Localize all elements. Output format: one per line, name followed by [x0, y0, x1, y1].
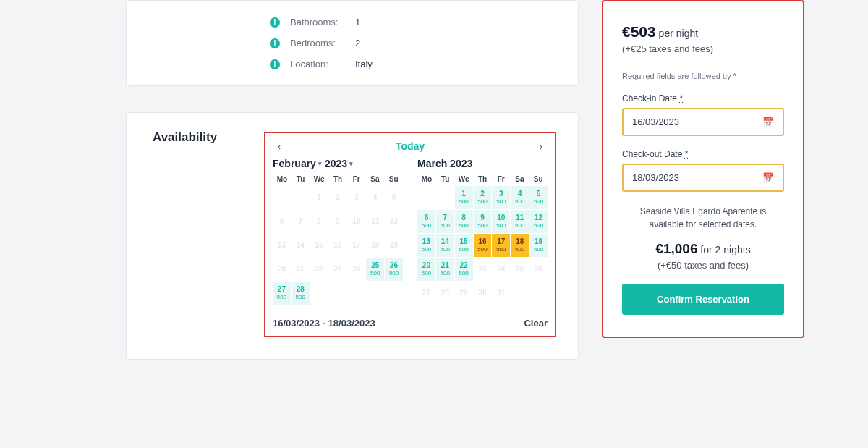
calendar-day[interactable]: 18500: [511, 234, 529, 257]
day-number: 2: [336, 194, 340, 201]
calendar-day[interactable]: 19: [385, 234, 403, 257]
calendar-day[interactable]: 3: [347, 186, 365, 209]
chevron-down-icon: ▾: [318, 160, 322, 167]
calendar-day[interactable]: 15500: [455, 234, 473, 257]
calendar-day[interactable]: 18: [366, 234, 384, 257]
day-number: 5: [537, 190, 541, 198]
calendar-day[interactable]: 17: [347, 234, 365, 257]
day-number: 8: [461, 214, 466, 221]
calendar-day[interactable]: 1: [310, 186, 328, 209]
calendar-day[interactable]: 4: [366, 186, 384, 209]
calendar-day[interactable]: 20: [273, 258, 291, 281]
calendar-day[interactable]: 7: [292, 210, 310, 233]
calendar-day[interactable]: 16500: [474, 234, 492, 257]
confirm-reservation-button[interactable]: Confirm Reservation: [622, 284, 784, 315]
day-price: 500: [515, 223, 524, 229]
calendar-day[interactable]: 16: [329, 234, 347, 257]
calendar-day[interactable]: 14: [292, 234, 310, 257]
day-number: 18: [516, 238, 524, 245]
checkout-input[interactable]: 18/03/2023 📅: [622, 164, 784, 192]
calendar-day[interactable]: 14500: [436, 234, 454, 257]
calendar-day[interactable]: 28500: [292, 282, 310, 305]
today-link[interactable]: Today: [396, 140, 425, 152]
calendar-day[interactable]: 22500: [455, 258, 473, 281]
calendar-day[interactable]: 20500: [417, 258, 435, 281]
calendar-day[interactable]: 29: [455, 282, 473, 305]
calendar-day[interactable]: 17500: [492, 234, 510, 257]
day-price: 500: [477, 199, 487, 205]
weekday-header: We: [310, 175, 328, 183]
calendar-day[interactable]: 9: [329, 210, 347, 233]
day-number: 20: [422, 262, 430, 269]
calendar-day[interactable]: 15: [310, 234, 328, 257]
day-number: 16: [478, 238, 486, 245]
calendar-day[interactable]: 10500: [492, 210, 510, 233]
day-number: 4: [518, 190, 522, 198]
calendar-day[interactable]: 21500: [436, 258, 454, 281]
calendar-day[interactable]: 30: [474, 282, 492, 305]
calendar-day[interactable]: 27500: [273, 282, 291, 305]
calendar-day[interactable]: 13: [273, 234, 291, 257]
bathrooms-value: 1: [355, 17, 360, 28]
weekday-header: Tu: [292, 175, 310, 183]
weekday-header: Th: [328, 175, 347, 183]
weekday-header: Fr: [347, 175, 366, 183]
calendar-day[interactable]: 3500: [492, 186, 510, 209]
day-number: 23: [333, 266, 341, 273]
calendar-day[interactable]: 6500: [417, 210, 435, 233]
day-number: 26: [535, 266, 542, 273]
calendar-day[interactable]: 2: [329, 186, 347, 209]
calendar-day[interactable]: 10: [347, 210, 365, 233]
calendar-day[interactable]: 5: [385, 186, 403, 209]
day-number: 7: [298, 218, 302, 225]
clear-button[interactable]: Clear: [524, 318, 548, 329]
calendar-day[interactable]: 26: [529, 258, 548, 281]
month-select[interactable]: February▾: [273, 158, 322, 169]
calendar-day[interactable]: 22: [310, 258, 328, 281]
calendar-day[interactable]: 19500: [529, 234, 548, 257]
day-number: 11: [371, 218, 379, 225]
calendar-day[interactable]: 11: [366, 210, 384, 233]
calendar-day[interactable]: 13500: [417, 234, 435, 257]
calendar-day[interactable]: 28: [436, 282, 454, 305]
calendar-day[interactable]: 1500: [455, 186, 473, 209]
calendar-day: [273, 186, 291, 209]
calendar-day[interactable]: 9500: [474, 210, 492, 233]
calendar-day[interactable]: 26500: [385, 258, 403, 281]
calendar-day[interactable]: 12500: [529, 210, 548, 233]
day-number: 6: [280, 218, 284, 225]
calendar-day[interactable]: 25500: [366, 258, 384, 281]
calendar-day[interactable]: 11500: [511, 210, 529, 233]
calendar-day[interactable]: 6: [273, 210, 291, 233]
day-number: 27: [278, 286, 286, 293]
calendar-day[interactable]: 5500: [529, 186, 548, 209]
calendar-day[interactable]: 8500: [455, 210, 473, 233]
next-month-button[interactable]: ›: [535, 141, 548, 152]
calendar-day[interactable]: 31: [492, 282, 510, 305]
calendar-day[interactable]: 24: [492, 258, 510, 281]
year-select[interactable]: 2023▾: [325, 158, 353, 169]
weekday-header: We: [454, 175, 473, 183]
day-number: 14: [297, 242, 305, 249]
chevron-down-icon: ▾: [349, 160, 353, 167]
calendar-day[interactable]: 2500: [474, 186, 492, 209]
calendar-day[interactable]: 21: [292, 258, 310, 281]
calendar-day[interactable]: 4500: [511, 186, 529, 209]
calendar-day[interactable]: 27: [417, 282, 435, 305]
calendar-day[interactable]: 24: [347, 258, 365, 281]
prev-month-button[interactable]: ‹: [273, 141, 286, 152]
day-number: 18: [371, 242, 379, 249]
calendar-day[interactable]: 7500: [436, 210, 454, 233]
calendar-day[interactable]: 23: [474, 258, 492, 281]
day-number: 31: [497, 289, 505, 297]
checkin-value: 16/03/2023: [632, 117, 679, 127]
checkin-input[interactable]: 16/03/2023 📅: [622, 108, 784, 136]
calendar-day[interactable]: 8: [310, 210, 328, 233]
bedrooms-value: 2: [355, 38, 360, 48]
calendar-day[interactable]: 23: [329, 258, 347, 281]
day-price: 500: [370, 271, 380, 276]
day-number: 25: [516, 266, 524, 273]
calendar-day: [436, 186, 454, 209]
calendar-day[interactable]: 25: [511, 258, 529, 281]
calendar-day[interactable]: 12: [385, 210, 403, 233]
